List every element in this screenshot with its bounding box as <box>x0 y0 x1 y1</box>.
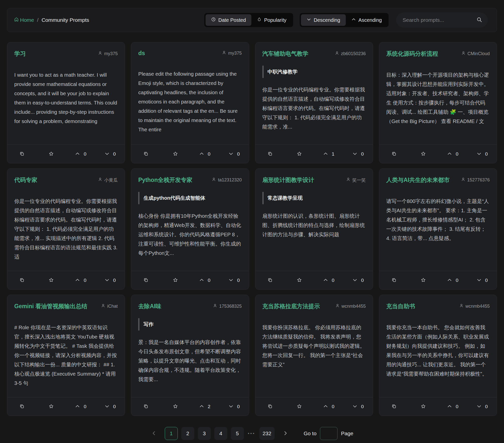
breadcrumb-home-link[interactable]: Home <box>14 17 34 23</box>
prompt-title[interactable]: Gemini 看油管视频输出总结 <box>14 302 87 310</box>
downvote-button[interactable]: 0 <box>219 397 249 416</box>
goto-page-input[interactable] <box>320 427 338 440</box>
prompt-title[interactable]: 充当自助书 <box>386 302 415 310</box>
upvote-button[interactable]: 1 <box>314 145 343 163</box>
sort-descending-label: Descending <box>314 17 340 23</box>
favorite-button[interactable] <box>285 145 314 163</box>
prompt-card[interactable]: 充当苏格拉底方法提示 wcnmb4455 我要你扮演苏格拉底。 你必须用苏格拉底… <box>255 295 373 416</box>
next-page-button[interactable] <box>282 430 289 437</box>
copy-button[interactable] <box>131 397 160 416</box>
prompt-card[interactable]: 代码专家 小黄瓜 你是一位专业的代码编程专业。你需要根据我提供的自然语言描述，自… <box>7 168 125 290</box>
favorite-button[interactable] <box>37 397 66 416</box>
favorite-button[interactable] <box>285 271 314 289</box>
downvote-button[interactable]: 0 <box>343 271 373 289</box>
copy-button[interactable] <box>379 145 409 163</box>
upvote-button[interactable]: 2 <box>190 397 219 416</box>
sort-by-date-button[interactable]: Date Posted <box>206 14 251 26</box>
page-button-3[interactable]: 3 <box>198 427 211 440</box>
prompt-card[interactable]: Python全栈开发专家 ta12312320 生成python代码生成智能体 … <box>131 168 249 290</box>
copy-button[interactable] <box>131 145 160 163</box>
favorite-button[interactable] <box>161 271 190 289</box>
favorite-button[interactable] <box>161 145 190 163</box>
upvote-button[interactable]: 0 <box>190 271 219 289</box>
prompt-card[interactable]: 扇形统计图教学设计 笑一笑 常态课教学呈现 扇形统计图的认识，条形统计图、扇形统… <box>255 168 373 290</box>
copy-button[interactable] <box>255 397 285 416</box>
prompt-tag: 生成python代码生成智能体 <box>138 192 242 204</box>
downvote-button[interactable]: 0 <box>467 397 497 416</box>
prompt-title[interactable]: 系统化源码分析流程 <box>386 50 438 58</box>
card-footer: 0 0 <box>379 145 497 163</box>
prompt-title[interactable]: 充当苏格拉底方法提示 <box>262 302 320 310</box>
upvote-button[interactable]: 0 <box>438 145 467 163</box>
favorite-button[interactable] <box>161 397 190 416</box>
copy-button[interactable] <box>379 397 409 416</box>
upvote-button[interactable]: 0 <box>438 271 467 289</box>
person-icon <box>461 177 465 183</box>
star-icon <box>173 277 178 283</box>
page-button-1[interactable]: 1 <box>165 427 178 440</box>
prompt-title[interactable]: 汽车辅助电气教学 <box>262 50 308 58</box>
downvote-button[interactable]: 0 <box>343 397 373 416</box>
prompt-card[interactable]: 汽车辅助电气教学 zb60150236 中职汽修教学 你是一位专业的代码编程专业… <box>255 42 373 163</box>
downvote-button[interactable]: 0 <box>219 271 249 289</box>
copy-button[interactable] <box>255 145 285 163</box>
prompt-body: 请写一个800字左右的科幻微小说，主题是“人类与AI共生的未来都市”。 要求：1… <box>386 196 490 271</box>
sort-by-popularity-label: Popularity <box>264 17 286 23</box>
page-button-2[interactable]: 2 <box>181 427 194 440</box>
downvote-button[interactable]: 0 <box>95 397 125 416</box>
downvote-button[interactable]: 0 <box>467 271 497 289</box>
prompt-card[interactable]: 充当自助书 wcnmb4455 我要你充当一本自助书。 您会就如何改善我生活的某… <box>379 295 497 416</box>
prompt-title[interactable]: Python全栈开发专家 <box>138 176 192 184</box>
favorite-button[interactable] <box>37 145 66 163</box>
favorite-button[interactable] <box>409 271 438 289</box>
author-name: 175368325 <box>219 304 242 309</box>
upvote-button[interactable]: 0 <box>314 397 343 416</box>
sort-descending-button[interactable]: Descending <box>301 14 346 26</box>
prompt-title[interactable]: 代码专家 <box>14 176 37 184</box>
upvote-count: 0 <box>456 151 458 157</box>
sort-ascending-button[interactable]: Ascending <box>346 14 387 26</box>
copy-button[interactable] <box>7 145 37 163</box>
prompt-card[interactable]: 人类与AI共生的未来都市 152776376 请写一个800字左右的科幻微小说，… <box>379 168 497 290</box>
upvote-button[interactable]: 0 <box>66 145 95 163</box>
prompt-card[interactable]: Gemini 看油管视频输出总结 iChat # Role 你现在是一名资深的中… <box>7 295 125 416</box>
prompt-title[interactable]: 扇形统计图教学设计 <box>262 176 314 184</box>
upvote-button[interactable]: 0 <box>314 271 343 289</box>
copy-icon <box>19 404 25 410</box>
downvote-button[interactable]: 0 <box>343 145 373 163</box>
favorite-button[interactable] <box>285 397 314 416</box>
prompt-title[interactable]: 人类与AI共生的未来都市 <box>386 176 450 184</box>
copy-button[interactable] <box>7 271 37 289</box>
prompt-title[interactable]: 学习 <box>14 50 26 58</box>
prev-page-button[interactable] <box>151 430 157 437</box>
page-button-5[interactable]: 5 <box>231 427 244 440</box>
upvote-button[interactable]: 0 <box>66 397 95 416</box>
copy-button[interactable] <box>379 271 409 289</box>
sort-by-popularity-button[interactable]: Popularity <box>251 14 292 26</box>
prompt-title[interactable]: 去除AI味 <box>138 302 161 310</box>
upvote-button[interactable]: 0 <box>66 271 95 289</box>
search-input[interactable] <box>403 17 476 23</box>
upvote-button[interactable]: 0 <box>190 145 219 163</box>
downvote-button[interactable]: 0 <box>95 145 125 163</box>
search-icon[interactable] <box>476 17 482 24</box>
prompt-card[interactable]: 系统化源码分析流程 CMinCloud 目标：深入理解一个开源项目的架构与核心逻… <box>379 42 497 163</box>
prompt-card[interactable]: 去除AI味 175368325 写作 景：我是一名自媒体平台的内容创作者，依靠今… <box>131 295 249 416</box>
prompt-title[interactable]: ds <box>138 50 145 57</box>
copy-button[interactable] <box>255 271 285 289</box>
prompt-body: # Role 你现在是一名资深的中英双语知识官，擅长深入浅出地将英文 YouTu… <box>14 323 118 397</box>
page-button-4[interactable]: 4 <box>214 427 227 440</box>
upvote-count: 0 <box>84 404 86 409</box>
downvote-button[interactable]: 0 <box>95 271 125 289</box>
prompt-card[interactable]: 学习 my375 I want you to act as a math tea… <box>7 42 125 163</box>
copy-button[interactable] <box>131 271 160 289</box>
prompt-card[interactable]: ds my375 Please edit the following passa… <box>131 42 249 163</box>
favorite-button[interactable] <box>409 145 438 163</box>
upvote-button[interactable]: 0 <box>438 397 467 416</box>
copy-button[interactable] <box>7 397 37 416</box>
favorite-button[interactable] <box>409 397 438 416</box>
favorite-button[interactable] <box>37 271 66 289</box>
downvote-button[interactable]: 0 <box>467 145 497 163</box>
last-page-button[interactable]: 232 <box>259 427 275 440</box>
downvote-button[interactable]: 0 <box>219 145 249 163</box>
